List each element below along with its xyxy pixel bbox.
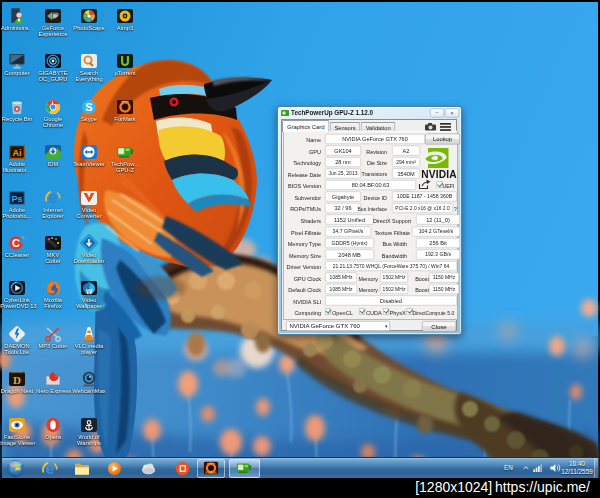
svg-text:FurMark: FurMark bbox=[205, 471, 217, 475]
svg-text:S: S bbox=[85, 101, 92, 113]
svg-text:C: C bbox=[12, 237, 20, 249]
svg-text:Ps: Ps bbox=[11, 194, 22, 204]
svg-text:Ai: Ai bbox=[13, 148, 22, 158]
svg-text:NVIDIA: NVIDIA bbox=[421, 169, 457, 180]
svg-text:D: D bbox=[13, 374, 21, 386]
svg-text:W: W bbox=[86, 288, 93, 295]
